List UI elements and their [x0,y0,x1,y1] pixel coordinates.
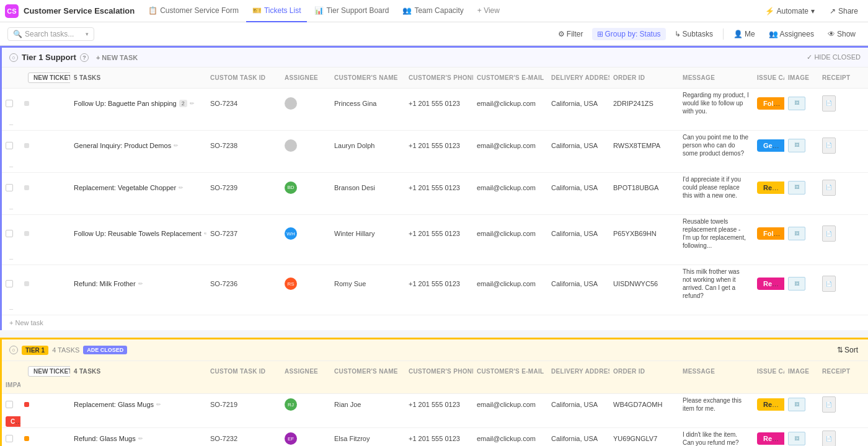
receipt-cell[interactable]: 📄 [818,428,868,446]
task-name-cell[interactable]: Replacement: Vegetable Chopper ✏ [70,181,206,194]
tier1-support-add-task[interactable]: + New task [2,315,868,330]
edit-icon[interactable]: ✏ [138,281,143,287]
me-button[interactable]: 👤 Me [728,28,760,40]
receipt-thumbnail[interactable]: 📄 [822,138,836,154]
task-checkbox[interactable] [6,100,13,107]
issue-badge[interactable]: General Inquiry [757,139,784,152]
task-checkbox[interactable] [6,142,13,149]
tab-tickets-list[interactable]: 🎫 Tickets List [246,0,308,22]
assignee-cell[interactable]: BD [281,179,330,196]
receipt-thumbnail[interactable]: 📄 [822,180,836,196]
tier1-support-hide-closed[interactable]: ✓ HIDE CLOSED [807,53,861,61]
image-cell[interactable]: 🖼 [784,274,818,293]
issue-badge[interactable]: Refund [757,432,784,445]
image-cell[interactable]: 🖼 [784,429,818,446]
custom-id: SO-7232 [206,432,281,445]
section-gap-1 [0,330,868,338]
assignee-cell[interactable] [281,137,330,154]
receipt-thumbnail[interactable]: 📄 [822,95,836,112]
automate-button[interactable]: ⚡ Automate ▾ [760,4,820,18]
tab-tier-support-board[interactable]: 📊 Tier Support Board [308,0,395,22]
receipt-cell[interactable]: 📄 [818,273,868,294]
tier1-support-toggle[interactable]: ○ [9,53,18,62]
task-name-cell[interactable]: Follow Up: Reusable Towels Replacement ✏ [70,227,206,240]
tab-plus-view[interactable]: + View [471,0,506,22]
image-thumbnail[interactable]: 🖼 [788,227,805,240]
receipt-thumbnail[interactable]: 📄 [822,225,836,242]
task-checkbox[interactable] [6,435,13,442]
issue-badge[interactable]: Follow Up [757,227,784,240]
image-cell[interactable]: 🖼 [784,224,818,243]
impact-level: CRITICAL [2,415,20,427]
task-name-cell[interactable]: Replacement: Glass Mugs ✏ [70,398,206,411]
receipt-cell[interactable]: 📄 [818,177,868,198]
image-thumbnail[interactable]: 🖼 [788,181,805,195]
tier1-new-ticket-button[interactable]: NEW TICKET [28,366,70,377]
edit-icon[interactable]: ✏ [156,401,161,408]
tier1-support-header: ○ Tier 1 Support ? + NEW TASK ✓ HIDE CLO… [2,46,868,67]
sort-icon: ⇅ [837,346,843,354]
tier1-support-new-task[interactable]: + NEW TASK [96,54,138,61]
image-cell[interactable]: 🖼 [784,94,818,113]
image-thumbnail[interactable]: 🖼 [788,277,805,291]
image-thumbnail[interactable]: 🖼 [788,139,805,152]
task-name-cell[interactable]: Follow Up: Baguette Pan shipping 2 ✏ [70,97,206,110]
group-by-button[interactable]: ⊞ Group by: Status [592,28,666,40]
assignee-cell[interactable]: RJ [281,396,330,413]
assignee-cell[interactable] [281,95,330,112]
assignee-cell[interactable]: WH [281,225,330,242]
table-row[interactable]: Replacement: Glass Mugs ✏ SO-7219 RJ Ria… [2,394,868,428]
table-row[interactable]: General Inquiry: Product Demos ✏ SO-7238… [2,131,868,173]
table-row[interactable]: Refund: Glass Mugs ✏ SO-7232 EF Elsa Fit… [2,428,868,446]
receipt-cell[interactable]: 📄 [818,223,868,244]
assignee-cell[interactable]: EF [281,430,330,446]
tab-service-form[interactable]: 📋 Customer Service Form [142,0,245,22]
task-checkbox[interactable] [6,230,13,237]
assignees-button[interactable]: 👥 Assignees [764,28,819,40]
issue-category: General Inquiry [753,139,784,152]
edit-icon[interactable]: ✏ [190,100,195,107]
task-name-cell[interactable]: Refund: Milk Frother ✏ [70,278,206,290]
issue-badge[interactable]: Replacement [757,398,784,411]
sort-button[interactable]: ⇅ Sort [835,344,861,356]
filter-button[interactable]: ⚙ Filter [553,28,588,40]
task-name-cell[interactable]: General Inquiry: Product Demos ✏ [70,139,206,152]
receipt-thumbnail[interactable]: 📄 [822,276,836,292]
receipt-cell[interactable]: 📄 [818,93,868,114]
table-row[interactable]: Follow Up: Reusable Towels Replacement ✏… [2,215,868,265]
edit-icon[interactable]: ✏ [138,435,143,442]
tier1-toggle[interactable]: ○ [9,346,18,354]
issue-badge[interactable]: Follow Up [757,97,784,110]
receipt-cell[interactable]: 📄 [818,135,868,156]
task-name-cell[interactable]: Refund: Glass Mugs ✏ [70,432,206,445]
image-thumbnail[interactable]: 🖼 [788,97,805,110]
receipt-cell[interactable]: 📄 [818,394,868,415]
issue-badge[interactable]: Replacement [757,181,784,194]
edit-icon[interactable]: ✏ [179,185,184,191]
receipt-thumbnail[interactable]: 📄 [822,396,836,413]
issue-badge[interactable]: Refund [757,278,784,290]
task-checkbox[interactable] [6,401,13,408]
subtasks-button[interactable]: ↳ Subtasks [670,28,718,40]
tier1-support-info[interactable]: ? [80,53,89,62]
image-thumbnail[interactable]: 🖼 [788,398,805,411]
task-checkbox[interactable] [6,280,13,287]
receipt-thumbnail[interactable]: 📄 [822,431,836,446]
share-button[interactable]: ↗ Share [825,4,863,18]
tab-team-capacity[interactable]: 👥 Team Capacity [396,0,469,22]
new-ticket-button[interactable]: NEW TICKET [28,72,70,83]
priority-col [20,229,70,238]
tier1-col-order-id: ORDER ID [609,365,679,377]
assignee-cell[interactable]: RS [281,275,330,292]
show-button[interactable]: 👁 Show [823,28,861,40]
table-row[interactable]: Follow Up: Baguette Pan shipping 2 ✏ SO-… [2,89,868,131]
table-row[interactable]: Refund: Milk Frother ✏ SO-7236 RS Romy S… [2,265,868,315]
image-cell[interactable]: 🖼 [784,178,818,197]
image-cell[interactable]: 🖼 [784,136,818,155]
table-row[interactable]: Replacement: Vegetable Chopper ✏ SO-7239… [2,173,868,215]
edit-icon[interactable]: ✏ [174,142,179,149]
image-thumbnail[interactable]: 🖼 [788,432,805,445]
image-cell[interactable]: 🖼 [784,395,818,414]
task-checkbox[interactable] [6,184,13,191]
search-input[interactable]: 🔍 Search tasks... ▾ [7,27,94,41]
